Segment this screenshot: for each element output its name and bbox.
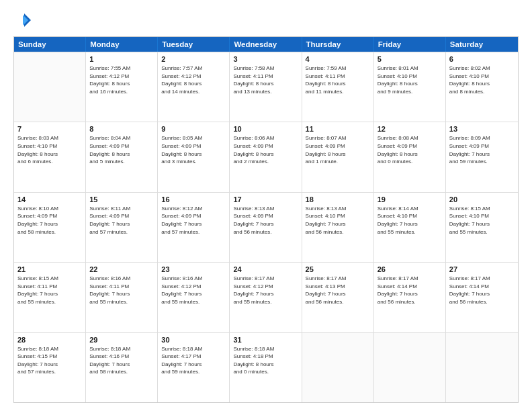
day-detail: Sunrise: 8:16 AM Sunset: 4:11 PM Dayligh… <box>89 275 154 306</box>
day-detail: Sunrise: 8:09 AM Sunset: 4:09 PM Dayligh… <box>449 134 515 165</box>
cal-cell-0-4: 4Sunrise: 7:59 AM Sunset: 4:11 PM Daylig… <box>302 52 374 122</box>
day-detail: Sunrise: 8:12 AM Sunset: 4:09 PM Dayligh… <box>161 205 226 236</box>
day-detail: Sunrise: 8:18 AM Sunset: 4:15 PM Dayligh… <box>17 345 82 376</box>
cal-cell-0-0 <box>14 52 86 122</box>
day-detail: Sunrise: 8:17 AM Sunset: 4:12 PM Dayligh… <box>233 275 298 306</box>
cal-cell-2-2: 16Sunrise: 8:12 AM Sunset: 4:09 PM Dayli… <box>158 193 230 262</box>
cal-cell-4-6 <box>446 333 518 402</box>
day-number: 30 <box>161 336 226 344</box>
day-number: 6 <box>449 55 515 63</box>
day-detail: Sunrise: 8:15 AM Sunset: 4:10 PM Dayligh… <box>449 205 515 236</box>
cal-cell-0-6: 6Sunrise: 8:02 AM Sunset: 4:10 PM Daylig… <box>446 52 518 122</box>
day-number: 18 <box>306 195 370 203</box>
cal-cell-3-3: 24Sunrise: 8:17 AM Sunset: 4:12 PM Dayli… <box>230 263 302 332</box>
cal-cell-4-0: 28Sunrise: 8:18 AM Sunset: 4:15 PM Dayli… <box>14 333 86 402</box>
week-row-1: 7Sunrise: 8:03 AM Sunset: 4:10 PM Daylig… <box>14 122 518 191</box>
day-detail: Sunrise: 8:03 AM Sunset: 4:10 PM Dayligh… <box>17 134 82 165</box>
day-detail: Sunrise: 8:04 AM Sunset: 4:09 PM Dayligh… <box>89 134 154 165</box>
logo <box>13 11 35 30</box>
day-detail: Sunrise: 8:05 AM Sunset: 4:09 PM Dayligh… <box>161 134 226 165</box>
day-number: 27 <box>449 265 515 273</box>
day-detail: Sunrise: 8:18 AM Sunset: 4:18 PM Dayligh… <box>233 345 298 376</box>
day-number: 17 <box>233 195 298 203</box>
cal-cell-2-0: 14Sunrise: 8:10 AM Sunset: 4:09 PM Dayli… <box>14 193 86 262</box>
day-number: 22 <box>89 265 154 273</box>
cal-cell-4-3: 31Sunrise: 8:18 AM Sunset: 4:18 PM Dayli… <box>230 333 302 402</box>
cal-cell-2-6: 20Sunrise: 8:15 AM Sunset: 4:10 PM Dayli… <box>446 193 518 262</box>
page: SundayMondayTuesdayWednesdayThursdayFrid… <box>0 0 532 411</box>
day-detail: Sunrise: 7:55 AM Sunset: 4:12 PM Dayligh… <box>89 64 154 95</box>
day-detail: Sunrise: 8:01 AM Sunset: 4:10 PM Dayligh… <box>378 64 442 95</box>
cal-cell-1-6: 13Sunrise: 8:09 AM Sunset: 4:09 PM Dayli… <box>446 122 518 191</box>
cal-cell-3-5: 26Sunrise: 8:17 AM Sunset: 4:14 PM Dayli… <box>374 263 446 332</box>
day-detail: Sunrise: 8:02 AM Sunset: 4:10 PM Dayligh… <box>449 64 515 95</box>
cal-cell-2-3: 17Sunrise: 8:13 AM Sunset: 4:09 PM Dayli… <box>230 193 302 262</box>
cal-cell-0-1: 1Sunrise: 7:55 AM Sunset: 4:12 PM Daylig… <box>86 52 158 122</box>
cal-cell-4-4 <box>302 333 374 402</box>
cal-cell-1-3: 10Sunrise: 8:06 AM Sunset: 4:09 PM Dayli… <box>230 122 302 191</box>
header-day-wednesday: Wednesday <box>230 37 302 52</box>
day-number: 3 <box>233 55 298 63</box>
cal-cell-1-5: 12Sunrise: 8:08 AM Sunset: 4:09 PM Dayli… <box>374 122 446 191</box>
day-number: 4 <box>306 55 370 63</box>
header-day-monday: Monday <box>86 37 158 52</box>
cal-cell-1-1: 8Sunrise: 8:04 AM Sunset: 4:09 PM Daylig… <box>86 122 158 191</box>
day-detail: Sunrise: 8:17 AM Sunset: 4:13 PM Dayligh… <box>306 275 370 306</box>
day-number: 26 <box>378 265 442 273</box>
header-day-sunday: Sunday <box>14 37 86 52</box>
day-detail: Sunrise: 8:16 AM Sunset: 4:12 PM Dayligh… <box>161 275 226 306</box>
cal-cell-3-1: 22Sunrise: 8:16 AM Sunset: 4:11 PM Dayli… <box>86 263 158 332</box>
day-detail: Sunrise: 8:18 AM Sunset: 4:17 PM Dayligh… <box>161 345 226 376</box>
week-row-2: 14Sunrise: 8:10 AM Sunset: 4:09 PM Dayli… <box>14 192 518 262</box>
day-detail: Sunrise: 8:18 AM Sunset: 4:16 PM Dayligh… <box>89 345 154 376</box>
day-number: 29 <box>89 336 154 344</box>
calendar-body: 1Sunrise: 7:55 AM Sunset: 4:12 PM Daylig… <box>14 52 518 402</box>
cal-cell-3-0: 21Sunrise: 8:15 AM Sunset: 4:11 PM Dayli… <box>14 263 86 332</box>
calendar: SundayMondayTuesdayWednesdayThursdayFrid… <box>13 36 519 403</box>
day-number: 14 <box>17 195 82 203</box>
cal-cell-3-2: 23Sunrise: 8:16 AM Sunset: 4:12 PM Dayli… <box>158 263 230 332</box>
header-day-friday: Friday <box>374 37 446 52</box>
cal-cell-4-5 <box>374 333 446 402</box>
day-number: 12 <box>378 125 442 133</box>
day-number: 23 <box>161 265 226 273</box>
day-number: 19 <box>378 195 442 203</box>
day-detail: Sunrise: 8:15 AM Sunset: 4:11 PM Dayligh… <box>17 275 82 306</box>
cal-cell-1-2: 9Sunrise: 8:05 AM Sunset: 4:09 PM Daylig… <box>158 122 230 191</box>
cal-cell-2-1: 15Sunrise: 8:11 AM Sunset: 4:09 PM Dayli… <box>86 193 158 262</box>
header-day-tuesday: Tuesday <box>158 37 230 52</box>
cal-cell-2-4: 18Sunrise: 8:13 AM Sunset: 4:10 PM Dayli… <box>302 193 374 262</box>
cal-cell-1-4: 11Sunrise: 8:07 AM Sunset: 4:09 PM Dayli… <box>302 122 374 191</box>
cal-cell-2-5: 19Sunrise: 8:14 AM Sunset: 4:10 PM Dayli… <box>374 193 446 262</box>
day-number: 31 <box>233 336 298 344</box>
header <box>13 11 519 30</box>
day-number: 24 <box>233 265 298 273</box>
cal-cell-0-3: 3Sunrise: 7:58 AM Sunset: 4:11 PM Daylig… <box>230 52 302 122</box>
cal-cell-3-6: 27Sunrise: 8:17 AM Sunset: 4:14 PM Dayli… <box>446 263 518 332</box>
day-detail: Sunrise: 8:07 AM Sunset: 4:09 PM Dayligh… <box>306 134 370 165</box>
cal-cell-3-4: 25Sunrise: 8:17 AM Sunset: 4:13 PM Dayli… <box>302 263 374 332</box>
day-number: 5 <box>378 55 442 63</box>
day-number: 1 <box>89 55 154 63</box>
week-row-0: 1Sunrise: 7:55 AM Sunset: 4:12 PM Daylig… <box>14 52 518 122</box>
day-detail: Sunrise: 8:13 AM Sunset: 4:09 PM Dayligh… <box>233 205 298 236</box>
cal-cell-0-2: 2Sunrise: 7:57 AM Sunset: 4:12 PM Daylig… <box>158 52 230 122</box>
day-detail: Sunrise: 8:10 AM Sunset: 4:09 PM Dayligh… <box>17 205 82 236</box>
day-detail: Sunrise: 8:08 AM Sunset: 4:09 PM Dayligh… <box>378 134 442 165</box>
day-number: 21 <box>17 265 82 273</box>
day-number: 16 <box>161 195 226 203</box>
day-number: 7 <box>17 125 82 133</box>
day-number: 25 <box>306 265 370 273</box>
week-row-3: 21Sunrise: 8:15 AM Sunset: 4:11 PM Dayli… <box>14 262 518 332</box>
day-detail: Sunrise: 7:57 AM Sunset: 4:12 PM Dayligh… <box>161 64 226 95</box>
header-day-thursday: Thursday <box>302 37 374 52</box>
cal-cell-4-2: 30Sunrise: 8:18 AM Sunset: 4:17 PM Dayli… <box>158 333 230 402</box>
cal-cell-4-1: 29Sunrise: 8:18 AM Sunset: 4:16 PM Dayli… <box>86 333 158 402</box>
day-detail: Sunrise: 8:17 AM Sunset: 4:14 PM Dayligh… <box>449 275 515 306</box>
day-number: 28 <box>17 336 82 344</box>
header-day-saturday: Saturday <box>446 37 518 52</box>
day-detail: Sunrise: 8:11 AM Sunset: 4:09 PM Dayligh… <box>89 205 154 236</box>
day-detail: Sunrise: 8:17 AM Sunset: 4:14 PM Dayligh… <box>378 275 442 306</box>
day-number: 13 <box>449 125 515 133</box>
cal-cell-1-0: 7Sunrise: 8:03 AM Sunset: 4:10 PM Daylig… <box>14 122 86 191</box>
